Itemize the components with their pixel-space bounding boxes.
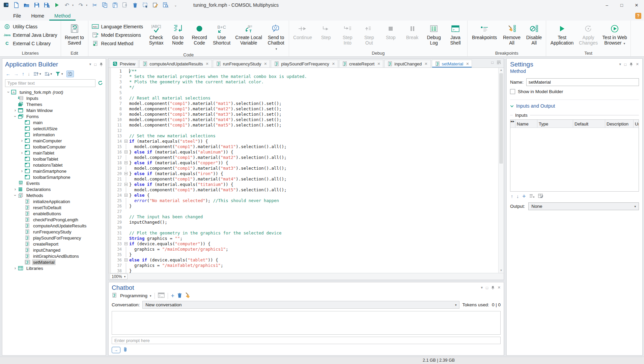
code-editor[interactable]: 1/**2* Sets the material properties when…: [109, 68, 504, 273]
test-application-button[interactable]: Test Application: [547, 21, 577, 50]
tree-item-checkfindpronglength[interactable]: checkFindProngLength: [5, 217, 103, 223]
forward-icon[interactable]: →: [14, 71, 19, 77]
undo-icon[interactable]: ↶: [63, 1, 71, 9]
inputs-column-header-name[interactable]: Name: [515, 120, 537, 128]
tree-item-mainsmartphone[interactable]: ›mainSmartphone: [5, 168, 103, 174]
java-shell-button[interactable]: >_Java Shell: [445, 21, 466, 50]
maximize-button[interactable]: □: [614, 0, 629, 10]
tree-item-themes[interactable]: Themes: [5, 101, 103, 107]
tree-item-initgraphicsandbuttons[interactable]: initGraphicsAndButtons: [5, 253, 103, 259]
tree-item-tuning-fork-mph[interactable]: ›Atuning_fork.mph(root): [5, 89, 103, 95]
inputs-column-header-description[interactable]: Description: [605, 120, 634, 128]
tree-item-runfrequencystudy[interactable]: runFrequencyStudy: [5, 229, 103, 235]
back-icon[interactable]: ←: [6, 71, 10, 77]
tree-item-createreport[interactable]: createReport: [5, 241, 103, 247]
output-select[interactable]: None▾: [528, 202, 639, 210]
external-java-library-button[interactable]: JavaExternal Java Library: [1, 31, 60, 39]
expand-all-dropdown-icon[interactable]: ▾: [39, 72, 41, 76]
move-row-up-icon[interactable]: ↑: [511, 194, 513, 199]
fold-marker-icon[interactable]: [124, 139, 129, 144]
chatbot-float-icon[interactable]: □: [486, 286, 488, 290]
expand-arrow-icon[interactable]: ›: [19, 138, 25, 143]
tree-item-inputs[interactable]: Inputs: [5, 95, 103, 101]
close-tab-icon[interactable]: ✕: [466, 62, 469, 66]
fold-marker-icon[interactable]: [124, 257, 129, 263]
add-row-icon[interactable]: +: [522, 194, 526, 198]
tree-item-maincomputer[interactable]: ›mainComputer: [5, 138, 103, 144]
tree-item-playsoundforfrequency[interactable]: playSoundForFrequency: [5, 235, 103, 241]
remove-all-button[interactable]: Remove All: [500, 21, 523, 50]
settings-float-icon[interactable]: □: [624, 62, 626, 66]
tree-item-maintablet[interactable]: ›mainTablet: [5, 150, 103, 156]
move-row-down-icon[interactable]: ↓: [516, 194, 519, 199]
inputs-column-header-default[interactable]: Default: [573, 120, 605, 128]
tree-item-main-window[interactable]: ›Main Window: [5, 107, 103, 113]
tab-home[interactable]: Home: [26, 11, 49, 21]
chatbot-close-icon[interactable]: ✕: [498, 285, 501, 290]
attach-file-icon[interactable]: [123, 346, 127, 353]
tree-item-declarations[interactable]: ›Declarations: [5, 186, 103, 192]
settings-close-icon[interactable]: ✕: [636, 62, 639, 66]
create-local-variable-button[interactable]: a=TCreate Local Variable: [233, 21, 264, 52]
delete-conversation-icon[interactable]: [177, 293, 182, 299]
expand-arrow-icon[interactable]: ›: [19, 169, 25, 173]
close-tab-icon[interactable]: ✕: [264, 62, 267, 66]
editor-tab-runfrequencystudy[interactable]: runFrequencyStudy✕: [213, 60, 270, 67]
editor-tab-createreport[interactable]: createReport✕: [339, 60, 383, 67]
fold-marker-icon[interactable]: [124, 149, 129, 155]
customize-toolbar-icon[interactable]: ⌄: [172, 1, 179, 9]
expand-arrow-icon[interactable]: ›: [12, 266, 18, 271]
close-tab-icon[interactable]: ✕: [377, 62, 380, 66]
panel-float-icon[interactable]: □: [94, 62, 96, 66]
tab-file[interactable]: File: [8, 11, 26, 21]
fold-marker-icon[interactable]: [124, 182, 129, 187]
chatbot-collapse-icon[interactable]: ▾: [481, 285, 483, 290]
tree-item-selectuisize[interactable]: selectUISize: [5, 125, 103, 132]
duplicate-icon[interactable]: [121, 1, 129, 9]
tree-item-computeandupdateresults[interactable]: computeAndUpdateResults: [5, 223, 103, 229]
redo-icon[interactable]: ↷: [77, 1, 84, 9]
save-as-icon[interactable]: [43, 1, 50, 9]
editor-tab-setmaterial[interactable]: setMaterial✕: [432, 60, 472, 67]
tree-item-toolbarsmartphone[interactable]: toolbarSmartphone: [5, 174, 103, 180]
expand-arrow-icon[interactable]: ›: [12, 187, 18, 192]
language-elements-button[interactable]: ABCLanguage Elements: [89, 22, 146, 31]
tree-item-information[interactable]: information: [5, 132, 103, 138]
tree-item-resettodefault[interactable]: resetToDefault: [5, 204, 103, 211]
editor-scrollbar[interactable]: ▲ ▼: [498, 68, 504, 273]
tab-method[interactable]: Method: [49, 11, 76, 21]
minimize-button[interactable]: –: [599, 0, 614, 10]
editor-zoom-select[interactable]: 100%▾: [110, 274, 128, 279]
utility-class-button[interactable]: Utility Class: [1, 22, 60, 31]
disable-all-button[interactable]: Disable All: [523, 21, 545, 50]
test-in-web-browser-button[interactable]: Test in Web Browser ▾: [600, 21, 629, 50]
tree-item-enablebuttons[interactable]: enableButtons: [5, 211, 103, 217]
close-tab-icon[interactable]: ✕: [332, 62, 335, 66]
settings-pin-icon[interactable]: [629, 62, 633, 66]
check-syntax-button[interactable]: [ABC]Check Syntax: [145, 21, 167, 52]
chatbot-pin-icon[interactable]: [491, 286, 495, 290]
fold-marker-icon[interactable]: [124, 241, 129, 247]
filter-input[interactable]: [5, 79, 95, 87]
inputs-and-output-section[interactable]: Inputs and Output: [510, 100, 639, 109]
settings-collapse-icon[interactable]: ▾: [619, 62, 621, 66]
prompt-input[interactable]: [112, 337, 501, 344]
tree-item-toolbartablet[interactable]: toolbarTablet: [5, 156, 103, 162]
close-tab-icon[interactable]: ✕: [206, 62, 209, 66]
collapse-all-icon[interactable]: [45, 72, 50, 76]
close-button[interactable]: ✕: [629, 0, 644, 10]
cut-icon[interactable]: ✂: [91, 1, 98, 9]
tree-item-notationstablet[interactable]: notationsTablet: [5, 162, 103, 168]
editor-tab-inputchanged[interactable]: inputChanged✕: [384, 60, 430, 67]
collapse-all-dropdown-icon[interactable]: ▾: [51, 72, 52, 76]
preview-doc-icon[interactable]: [162, 1, 169, 9]
expand-arrow-icon[interactable]: ›: [19, 150, 25, 155]
close-tab-icon[interactable]: ✕: [424, 62, 427, 66]
chatbot-mode-select[interactable]: Programming▾: [120, 293, 151, 298]
paste-icon[interactable]: [111, 1, 118, 9]
collapse-arrow-icon[interactable]: ›: [12, 114, 18, 119]
go-to-node-button[interactable]: Go to Node: [167, 21, 189, 52]
inputs-column-header-type[interactable]: Type: [537, 120, 573, 128]
filter-icon[interactable]: [55, 72, 60, 76]
record-method-button[interactable]: Record Method: [89, 39, 146, 48]
